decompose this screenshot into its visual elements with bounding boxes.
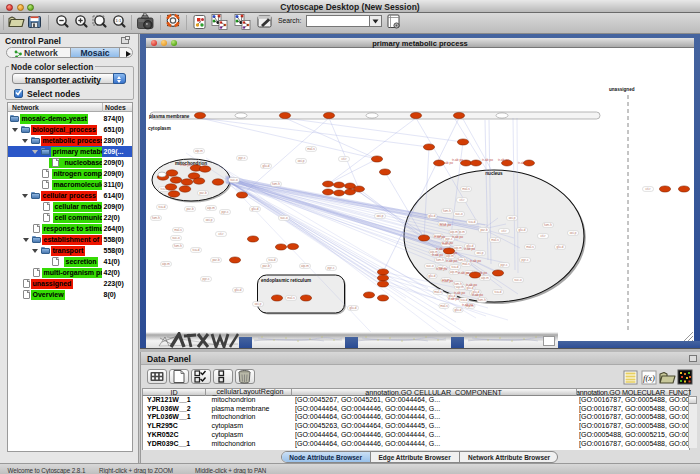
svg-text:glu-d: glu-d	[263, 164, 270, 168]
svg-text:atp-m: atp-m	[195, 149, 203, 153]
svg-text:cit-r: cit-r	[645, 187, 650, 191]
svg-text:cit-r: cit-r	[218, 232, 223, 236]
svg-text:mal-s: mal-s	[287, 296, 295, 300]
svg-text:mal-s: mal-s	[440, 304, 448, 308]
svg-text:nucleus: nucleus	[485, 171, 503, 176]
svg-text:mal-s: mal-s	[491, 238, 499, 242]
svg-text:fum-h: fum-h	[436, 258, 444, 262]
svg-text:par-b: par-b	[199, 191, 207, 195]
svg-text:fum-h: fum-h	[152, 216, 160, 220]
svg-text:oxi-p: oxi-p	[570, 231, 577, 235]
svg-text:oxi-p: oxi-p	[206, 218, 213, 222]
svg-text:pyr-c: pyr-c	[203, 277, 210, 281]
svg-text:tr-ab po: tr-ab po	[442, 241, 453, 245]
svg-text:glu-d: glu-d	[350, 306, 357, 310]
svg-text:atp-m: atp-m	[481, 276, 489, 280]
svg-text:tca-d: tca-d	[461, 298, 468, 302]
svg-text:atp-m: atp-m	[301, 264, 309, 268]
svg-text:atp-m: atp-m	[207, 206, 215, 210]
svg-text:tca-d: tca-d	[269, 258, 276, 262]
svg-text:cit-r: cit-r	[459, 198, 464, 202]
svg-text:oxi-p: oxi-p	[298, 159, 305, 163]
svg-text:glu-d: glu-d	[429, 274, 436, 278]
svg-text:cit-r: cit-r	[341, 157, 346, 161]
svg-text:tr-ab po: tr-ab po	[446, 259, 457, 263]
svg-text:atp-m: atp-m	[162, 262, 170, 266]
svg-text:par-b: par-b	[480, 228, 488, 232]
svg-text:tr-ab po: tr-ab po	[464, 247, 475, 251]
svg-text:oxi-p: oxi-p	[377, 214, 384, 218]
svg-text:tr-ab po: tr-ab po	[458, 271, 469, 275]
svg-text:fum-h: fum-h	[544, 223, 552, 227]
svg-text:suc-o: suc-o	[426, 264, 434, 268]
svg-text:glu-d: glu-d	[429, 214, 436, 218]
svg-text:suc-o: suc-o	[455, 212, 463, 216]
svg-text:tr-ab po: tr-ab po	[442, 279, 453, 283]
svg-text:fum-h: fum-h	[174, 244, 182, 248]
svg-text:pyr-c: pyr-c	[522, 258, 529, 262]
svg-text:oxi-p: oxi-p	[509, 216, 516, 220]
svg-text:tr-ab po: tr-ab po	[436, 267, 447, 271]
svg-text:glu-d: glu-d	[557, 245, 564, 249]
svg-text:cit-r: cit-r	[501, 229, 506, 233]
svg-text:par-b: par-b	[212, 258, 220, 262]
svg-text:par-b: par-b	[262, 264, 270, 268]
svg-text:tca-d: tca-d	[469, 220, 476, 224]
svg-text:oxi-p: oxi-p	[255, 302, 262, 306]
svg-text:Search:: Search:	[278, 17, 302, 24]
svg-text:tr-ab po: tr-ab po	[440, 223, 451, 227]
svg-text:suc-o: suc-o	[172, 236, 180, 240]
svg-text:oxi-p: oxi-p	[477, 251, 484, 255]
svg-text:mal-s: mal-s	[462, 187, 470, 191]
svg-text:pyr-c: pyr-c	[328, 266, 335, 270]
svg-text:mal-s: mal-s	[526, 245, 534, 249]
svg-text:fum-h: fum-h	[454, 282, 462, 286]
svg-text:tr-ab po: tr-ab po	[466, 283, 477, 287]
svg-text:mal-s: mal-s	[434, 290, 442, 294]
svg-text:suc-o: suc-o	[514, 278, 522, 282]
svg-text:tr-ab po: tr-ab po	[472, 293, 483, 297]
svg-text:tr-ab po: tr-ab po	[454, 291, 465, 295]
svg-text:plasma membrane: plasma membrane	[149, 114, 190, 119]
svg-text:tr-ab po: tr-ab po	[434, 235, 445, 239]
svg-text:pyr-c: pyr-c	[222, 210, 229, 214]
svg-text:par-b: par-b	[186, 207, 194, 211]
svg-text:glu-d: glu-d	[235, 288, 242, 292]
svg-text:suc-o: suc-o	[230, 178, 238, 182]
svg-text:unassigned: unassigned	[609, 87, 635, 92]
svg-text:tr-ab po: tr-ab po	[482, 158, 493, 162]
svg-text:tca-d: tca-d	[495, 290, 502, 294]
svg-text:tr-ab po: tr-ab po	[180, 163, 191, 167]
svg-text:tr-ab po: tr-ab po	[452, 235, 463, 239]
svg-text:glu-d: glu-d	[252, 207, 259, 211]
svg-text:tr-ab po: tr-ab po	[448, 297, 459, 301]
svg-text:tr-ab po: tr-ab po	[462, 303, 473, 307]
svg-text:fum-h: fum-h	[272, 182, 280, 186]
svg-text:glu-d: glu-d	[519, 228, 526, 232]
svg-text:mal-s: mal-s	[307, 147, 315, 151]
svg-text:cit-r: cit-r	[540, 234, 545, 238]
svg-text:f(x): f(x)	[643, 373, 655, 383]
svg-text:glu-d: glu-d	[455, 308, 462, 312]
svg-text:tr-ab po: tr-ab po	[432, 253, 443, 257]
svg-text:tr-ab po: tr-ab po	[470, 259, 481, 263]
svg-text:atp-m: atp-m	[454, 246, 462, 250]
svg-text:atp-m: atp-m	[450, 230, 458, 234]
svg-text:mal-s: mal-s	[174, 228, 182, 232]
svg-text:tca-d: tca-d	[452, 265, 459, 269]
svg-text:endoplasmic reticulum: endoplasmic reticulum	[261, 278, 311, 283]
svg-text:fum-h: fum-h	[443, 209, 451, 213]
svg-text:tca-d: tca-d	[193, 248, 200, 252]
svg-text:fum-h: fum-h	[478, 298, 486, 302]
svg-text:tca-d: tca-d	[159, 205, 166, 209]
svg-text:1:1: 1:1	[116, 18, 122, 23]
svg-text:pyr-c: pyr-c	[501, 263, 508, 267]
svg-text:pyr-c: pyr-c	[239, 156, 246, 160]
svg-text:cytoplasm: cytoplasm	[148, 126, 171, 131]
svg-text:suc-o: suc-o	[280, 216, 288, 220]
